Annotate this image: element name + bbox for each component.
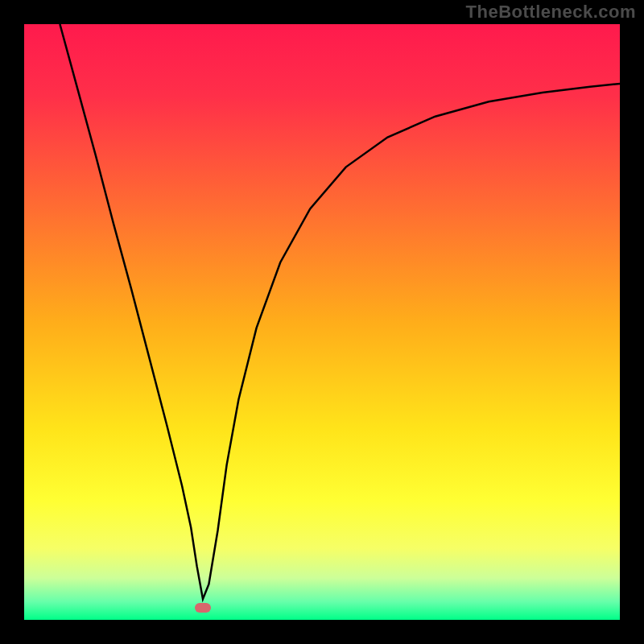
plot-area <box>24 24 620 620</box>
chart-frame: TheBottleneck.com <box>0 0 644 644</box>
bottleneck-curve <box>60 24 620 599</box>
minimum-point-marker <box>195 603 211 613</box>
watermark-text: TheBottleneck.com <box>466 2 636 23</box>
curve-layer <box>24 24 620 620</box>
